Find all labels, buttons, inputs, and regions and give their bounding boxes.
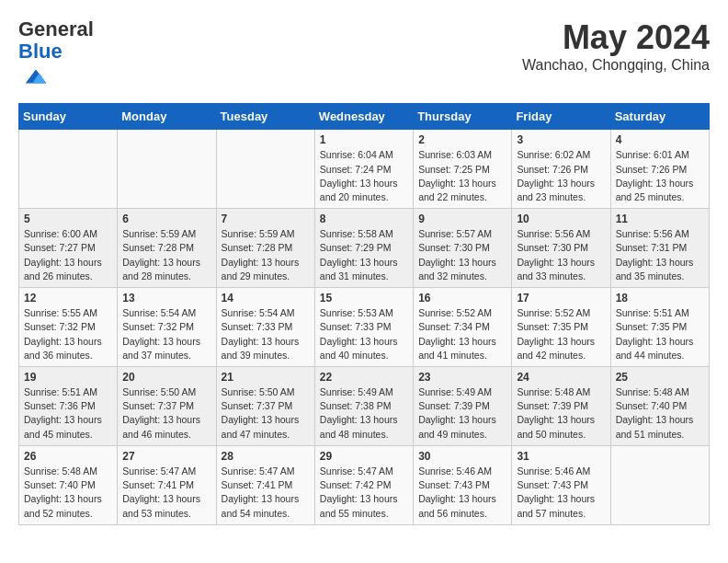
calendar-cell: 27Sunrise: 5:47 AM Sunset: 7:41 PM Dayli… — [118, 445, 216, 524]
day-number: 6 — [122, 213, 210, 225]
title-block: May 2024 Wanchao, Chongqing, China — [522, 18, 710, 74]
calendar-cell — [118, 130, 216, 209]
day-info: Sunrise: 5:52 AM Sunset: 7:34 PM Dayligh… — [418, 306, 506, 362]
day-number: 10 — [517, 213, 605, 225]
calendar-cell: 19Sunrise: 5:51 AM Sunset: 7:36 PM Dayli… — [19, 367, 118, 446]
day-info: Sunrise: 5:47 AM Sunset: 7:41 PM Dayligh… — [122, 465, 210, 521]
calendar-cell: 16Sunrise: 5:52 AM Sunset: 7:34 PM Dayli… — [414, 288, 512, 367]
day-info: Sunrise: 6:01 AM Sunset: 7:26 PM Dayligh… — [616, 148, 704, 204]
calendar-cell: 1Sunrise: 6:04 AM Sunset: 7:24 PM Daylig… — [314, 130, 413, 209]
calendar-cell: 4Sunrise: 6:01 AM Sunset: 7:26 PM Daylig… — [610, 130, 709, 209]
day-info: Sunrise: 5:52 AM Sunset: 7:35 PM Dayligh… — [517, 306, 605, 362]
day-number: 5 — [24, 213, 112, 225]
day-info: Sunrise: 5:56 AM Sunset: 7:31 PM Dayligh… — [616, 227, 704, 283]
calendar-cell: 31Sunrise: 5:46 AM Sunset: 7:43 PM Dayli… — [512, 445, 610, 524]
day-info: Sunrise: 5:53 AM Sunset: 7:33 PM Dayligh… — [320, 306, 408, 362]
calendar-cell — [216, 130, 314, 209]
calendar-cell: 20Sunrise: 5:50 AM Sunset: 7:37 PM Dayli… — [118, 367, 216, 446]
calendar-cell: 2Sunrise: 6:03 AM Sunset: 7:25 PM Daylig… — [414, 130, 512, 209]
day-info: Sunrise: 5:58 AM Sunset: 7:29 PM Dayligh… — [320, 227, 408, 283]
day-info: Sunrise: 5:46 AM Sunset: 7:43 PM Dayligh… — [418, 465, 506, 521]
day-number: 11 — [616, 213, 704, 225]
day-number: 26 — [24, 450, 112, 463]
day-info: Sunrise: 5:47 AM Sunset: 7:42 PM Dayligh… — [320, 465, 408, 521]
location: Wanchao, Chongqing, China — [522, 57, 710, 74]
day-number: 15 — [320, 292, 408, 304]
day-info: Sunrise: 5:51 AM Sunset: 7:36 PM Dayligh… — [24, 385, 112, 442]
day-number: 23 — [418, 371, 506, 384]
day-number: 19 — [24, 371, 112, 384]
weekday-header-monday: Monday — [118, 104, 216, 130]
day-info: Sunrise: 5:50 AM Sunset: 7:37 PM Dayligh… — [122, 385, 210, 442]
month-year: May 2024 — [522, 18, 710, 57]
calendar-table: SundayMondayTuesdayWednesdayThursdayFrid… — [18, 103, 710, 524]
calendar-cell: 5Sunrise: 6:00 AM Sunset: 7:27 PM Daylig… — [19, 209, 118, 288]
page-header: GeneralBlue May 2024 Wanchao, Chongqing,… — [18, 18, 710, 94]
day-info: Sunrise: 5:54 AM Sunset: 7:33 PM Dayligh… — [222, 306, 310, 362]
calendar-cell: 13Sunrise: 5:54 AM Sunset: 7:32 PM Dayli… — [118, 288, 216, 367]
day-number: 2 — [418, 133, 506, 146]
day-info: Sunrise: 5:46 AM Sunset: 7:43 PM Dayligh… — [517, 465, 605, 521]
calendar-cell: 26Sunrise: 5:48 AM Sunset: 7:40 PM Dayli… — [19, 445, 118, 524]
day-number: 7 — [222, 213, 310, 225]
day-number: 16 — [418, 292, 506, 304]
calendar-cell — [19, 130, 118, 209]
calendar-cell: 7Sunrise: 5:59 AM Sunset: 7:28 PM Daylig… — [216, 209, 314, 288]
day-number: 3 — [517, 133, 605, 146]
calendar-header: SundayMondayTuesdayWednesdayThursdayFrid… — [19, 104, 710, 130]
calendar-cell: 6Sunrise: 5:59 AM Sunset: 7:28 PM Daylig… — [118, 209, 216, 288]
calendar-cell: 21Sunrise: 5:50 AM Sunset: 7:37 PM Dayli… — [216, 367, 314, 446]
day-info: Sunrise: 6:03 AM Sunset: 7:25 PM Dayligh… — [418, 148, 506, 204]
day-number: 1 — [320, 133, 408, 146]
day-number: 31 — [517, 450, 605, 463]
day-info: Sunrise: 5:49 AM Sunset: 7:38 PM Dayligh… — [320, 385, 408, 442]
day-info: Sunrise: 6:04 AM Sunset: 7:24 PM Dayligh… — [320, 148, 408, 204]
weekday-header-saturday: Saturday — [610, 104, 709, 130]
calendar-week-5: 26Sunrise: 5:48 AM Sunset: 7:40 PM Dayli… — [19, 445, 710, 524]
calendar-cell: 22Sunrise: 5:49 AM Sunset: 7:38 PM Dayli… — [314, 367, 413, 446]
day-info: Sunrise: 5:48 AM Sunset: 7:39 PM Dayligh… — [517, 385, 605, 442]
day-number: 20 — [122, 371, 210, 384]
day-number: 21 — [222, 371, 310, 384]
day-info: Sunrise: 5:59 AM Sunset: 7:28 PM Dayligh… — [222, 227, 310, 283]
day-number: 29 — [320, 450, 408, 463]
calendar-week-4: 19Sunrise: 5:51 AM Sunset: 7:36 PM Dayli… — [19, 367, 710, 446]
day-number: 25 — [616, 371, 704, 384]
day-info: Sunrise: 5:59 AM Sunset: 7:28 PM Dayligh… — [122, 227, 210, 283]
logo: GeneralBlue — [18, 18, 94, 94]
calendar-week-2: 5Sunrise: 6:00 AM Sunset: 7:27 PM Daylig… — [19, 209, 710, 288]
day-info: Sunrise: 6:00 AM Sunset: 7:27 PM Dayligh… — [24, 227, 112, 283]
day-info: Sunrise: 5:54 AM Sunset: 7:32 PM Dayligh… — [122, 306, 210, 362]
day-info: Sunrise: 5:48 AM Sunset: 7:40 PM Dayligh… — [616, 385, 704, 442]
calendar-cell: 10Sunrise: 5:56 AM Sunset: 7:30 PM Dayli… — [512, 209, 610, 288]
day-info: Sunrise: 5:55 AM Sunset: 7:32 PM Dayligh… — [24, 306, 112, 362]
logo-general: General — [18, 17, 94, 40]
calendar-cell: 29Sunrise: 5:47 AM Sunset: 7:42 PM Dayli… — [314, 445, 413, 524]
day-info: Sunrise: 6:02 AM Sunset: 7:26 PM Dayligh… — [517, 148, 605, 204]
logo-icon — [22, 63, 50, 90]
calendar-cell: 3Sunrise: 6:02 AM Sunset: 7:26 PM Daylig… — [512, 130, 610, 209]
day-info: Sunrise: 5:49 AM Sunset: 7:39 PM Dayligh… — [418, 385, 506, 442]
day-number: 4 — [616, 133, 704, 146]
day-number: 9 — [418, 213, 506, 225]
calendar-cell: 25Sunrise: 5:48 AM Sunset: 7:40 PM Dayli… — [610, 367, 709, 446]
weekday-header-thursday: Thursday — [414, 104, 512, 130]
calendar-cell: 17Sunrise: 5:52 AM Sunset: 7:35 PM Dayli… — [512, 288, 610, 367]
day-info: Sunrise: 5:50 AM Sunset: 7:37 PM Dayligh… — [222, 385, 310, 442]
calendar-cell: 28Sunrise: 5:47 AM Sunset: 7:41 PM Dayli… — [216, 445, 314, 524]
weekday-header-sunday: Sunday — [19, 104, 118, 130]
day-number: 30 — [418, 450, 506, 463]
day-number: 28 — [222, 450, 310, 463]
day-info: Sunrise: 5:47 AM Sunset: 7:41 PM Dayligh… — [222, 465, 310, 521]
day-info: Sunrise: 5:56 AM Sunset: 7:30 PM Dayligh… — [517, 227, 605, 283]
day-number: 27 — [122, 450, 210, 463]
calendar-week-1: 1Sunrise: 6:04 AM Sunset: 7:24 PM Daylig… — [19, 130, 710, 209]
calendar-cell: 18Sunrise: 5:51 AM Sunset: 7:35 PM Dayli… — [610, 288, 709, 367]
day-number: 18 — [616, 292, 704, 304]
weekday-header-wednesday: Wednesday — [314, 104, 413, 130]
calendar-cell: 15Sunrise: 5:53 AM Sunset: 7:33 PM Dayli… — [314, 288, 413, 367]
day-number: 8 — [320, 213, 408, 225]
calendar-cell: 14Sunrise: 5:54 AM Sunset: 7:33 PM Dayli… — [216, 288, 314, 367]
day-number: 17 — [517, 292, 605, 304]
day-number: 22 — [320, 371, 408, 384]
